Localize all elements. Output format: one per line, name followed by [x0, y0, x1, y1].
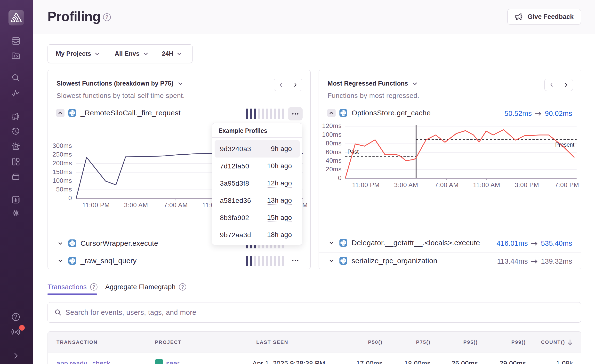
svg-text:60ms: 60ms — [326, 148, 342, 156]
svg-text:11:00 AM: 11:00 AM — [473, 181, 500, 189]
svg-text:7:00 AM: 7:00 AM — [435, 181, 459, 189]
svg-text:3:00 PM: 3:00 PM — [515, 181, 539, 189]
svg-text:7:00 PM: 7:00 PM — [555, 181, 579, 189]
svg-text:20ms: 20ms — [326, 166, 342, 173]
svg-text:150ms: 150ms — [52, 168, 72, 175]
svg-text:80ms: 80ms — [326, 140, 342, 147]
svg-text:300ms: 300ms — [52, 142, 72, 149]
svg-text:0: 0 — [338, 174, 342, 182]
svg-text:100ms: 100ms — [322, 131, 342, 138]
svg-text:100ms: 100ms — [52, 177, 72, 184]
svg-text:40ms: 40ms — [326, 157, 342, 164]
svg-text:200ms: 200ms — [52, 159, 72, 167]
svg-text:50ms: 50ms — [56, 186, 72, 193]
svg-text:120ms: 120ms — [322, 122, 342, 129]
svg-text:0: 0 — [68, 194, 72, 202]
svg-text:11:00 PM: 11:00 PM — [352, 181, 379, 189]
svg-text:11:00 PM: 11:00 PM — [82, 201, 110, 209]
svg-text:3:00 AM: 3:00 AM — [124, 201, 148, 209]
svg-text:3:00 AM: 3:00 AM — [394, 181, 418, 189]
svg-text:250ms: 250ms — [52, 151, 72, 158]
svg-text:7:00 AM: 7:00 AM — [164, 201, 188, 209]
